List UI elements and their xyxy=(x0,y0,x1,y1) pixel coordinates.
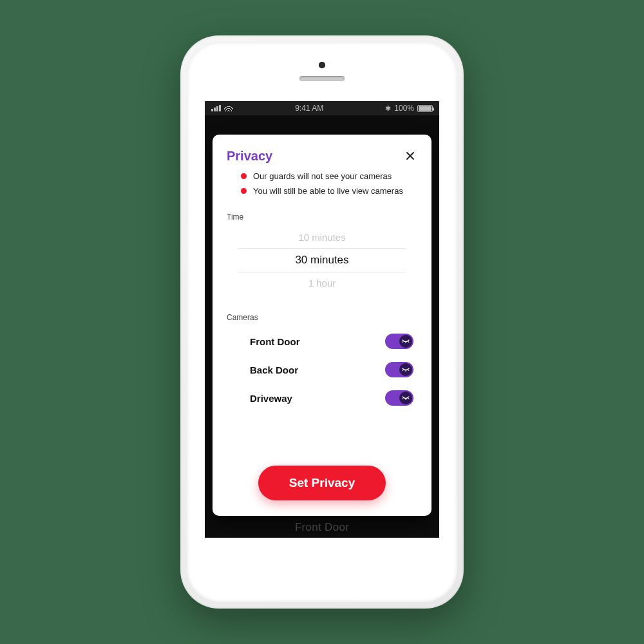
time-option[interactable]: 10 minutes xyxy=(238,227,406,249)
camera-toggle[interactable] xyxy=(385,390,413,406)
svg-line-2 xyxy=(408,341,409,343)
time-section-label: Time xyxy=(227,213,417,222)
camera-row: Driveway xyxy=(227,384,417,412)
camera-row: Back Door xyxy=(227,355,417,384)
iphone-frame: 9:41 AM ✱ 100% Front Door Privacy Our gu… xyxy=(180,35,464,609)
closed-eye-icon xyxy=(399,363,412,376)
camera-toggle[interactable] xyxy=(385,362,413,377)
camera-toggle[interactable] xyxy=(385,334,413,349)
camera-row: Front Door xyxy=(227,327,417,355)
svg-line-6 xyxy=(402,398,403,399)
close-icon[interactable] xyxy=(403,149,417,163)
modal-title: Privacy xyxy=(227,149,272,164)
time-option[interactable]: 1 hour xyxy=(238,272,406,294)
info-bullets: Our guards will not see your cameras You… xyxy=(241,171,417,201)
svg-line-5 xyxy=(408,370,409,371)
signal-bars-icon xyxy=(211,105,221,111)
svg-line-0 xyxy=(402,341,403,343)
closed-eye-icon xyxy=(399,392,412,404)
front-camera xyxy=(319,62,325,68)
battery-icon xyxy=(417,105,433,112)
earpiece-speaker xyxy=(299,76,345,81)
closed-eye-icon xyxy=(399,335,412,348)
screen: 9:41 AM ✱ 100% Front Door Privacy Our gu… xyxy=(205,101,439,538)
time-picker[interactable]: 10 minutes 30 minutes 1 hour xyxy=(238,227,406,294)
cameras-list: Front Door Back Door xyxy=(227,327,417,412)
camera-name: Front Door xyxy=(250,336,299,347)
camera-name: Driveway xyxy=(250,393,292,404)
battery-percent: 100% xyxy=(394,104,414,113)
camera-name: Back Door xyxy=(250,365,298,375)
cameras-section-label: Cameras xyxy=(227,313,417,322)
svg-line-3 xyxy=(402,370,403,371)
info-bullet: You will still be able to live view came… xyxy=(241,186,417,196)
hardware-top xyxy=(187,42,457,101)
time-option-selected[interactable]: 30 minutes xyxy=(238,249,406,272)
info-bullet: Our guards will not see your cameras xyxy=(241,171,417,181)
svg-line-8 xyxy=(408,398,409,399)
status-time: 9:41 AM xyxy=(295,104,323,113)
status-bar: 9:41 AM ✱ 100% xyxy=(205,101,439,115)
wifi-icon xyxy=(224,105,233,111)
background-peek-label: Front Door xyxy=(205,521,439,534)
iphone-inner: 9:41 AM ✱ 100% Front Door Privacy Our gu… xyxy=(187,42,457,602)
bluetooth-icon: ✱ xyxy=(385,104,391,113)
set-privacy-button[interactable]: Set Privacy xyxy=(258,466,386,500)
privacy-modal: Privacy Our guards will not see your cam… xyxy=(213,135,431,516)
